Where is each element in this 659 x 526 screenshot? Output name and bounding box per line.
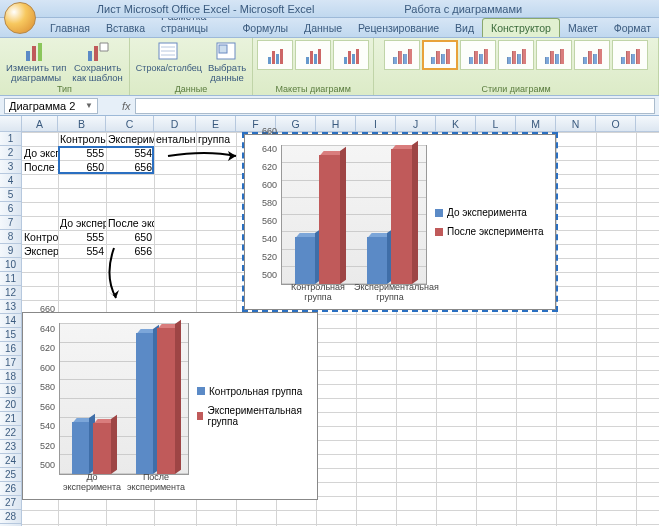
layout-option-3[interactable] <box>333 40 369 70</box>
worksheet-grid[interactable]: ABCDEFGHIJKLMNO 123456789101112131415161… <box>0 116 659 526</box>
row-header-27[interactable]: 27 <box>0 496 22 510</box>
bar[interactable] <box>136 333 154 474</box>
bar[interactable] <box>295 237 315 284</box>
row-header-7[interactable]: 7 <box>0 216 22 230</box>
cell-C9[interactable]: 656 <box>106 244 154 258</box>
name-box[interactable]: Диаграмма 2 ▼ <box>4 98 98 114</box>
row-header-16[interactable]: 16 <box>0 342 22 356</box>
style-option-6[interactable] <box>574 40 610 70</box>
row-header-25[interactable]: 25 <box>0 468 22 482</box>
row-header-9[interactable]: 9 <box>0 244 22 258</box>
cell-B3[interactable]: 650 <box>58 160 106 174</box>
bar[interactable] <box>367 237 387 284</box>
cell-B9[interactable]: 554 <box>58 244 106 258</box>
row-header-12[interactable]: 12 <box>0 286 22 300</box>
col-header-B[interactable]: B <box>58 116 106 131</box>
menu-tab-вид[interactable]: Вид <box>447 19 482 37</box>
formula-input[interactable] <box>135 98 655 114</box>
col-header-I[interactable]: I <box>356 116 396 131</box>
style-option-2[interactable] <box>422 40 458 70</box>
cell-B2[interactable]: 555 <box>58 146 106 160</box>
row-header-24[interactable]: 24 <box>0 454 22 468</box>
col-header-K[interactable]: K <box>436 116 476 131</box>
dropdown-icon[interactable]: ▼ <box>85 101 93 110</box>
bar[interactable] <box>157 328 175 474</box>
style-option-5[interactable] <box>536 40 572 70</box>
row-header-2[interactable]: 2 <box>0 146 22 160</box>
row-header-5[interactable]: 5 <box>0 188 22 202</box>
style-option-3[interactable] <box>460 40 496 70</box>
row-header-28[interactable]: 28 <box>0 510 22 524</box>
row-header-21[interactable]: 21 <box>0 412 22 426</box>
row-header-20[interactable]: 20 <box>0 398 22 412</box>
col-header-N[interactable]: N <box>556 116 596 131</box>
cell-D1[interactable]: ентальная <box>154 132 196 146</box>
bar[interactable] <box>72 422 90 474</box>
row-header-13[interactable]: 13 <box>0 300 22 314</box>
row-header-6[interactable]: 6 <box>0 202 22 216</box>
row-header-19[interactable]: 19 <box>0 384 22 398</box>
cell-C2[interactable]: 554 <box>106 146 154 160</box>
menu-tab-формат[interactable]: Формат <box>606 19 659 37</box>
col-header-H[interactable]: H <box>316 116 356 131</box>
col-header-A[interactable]: A <box>22 116 58 131</box>
row-header-11[interactable]: 11 <box>0 272 22 286</box>
save-as-template-button[interactable]: Сохранить как шаблон <box>70 40 125 83</box>
style-option-4[interactable] <box>498 40 534 70</box>
col-header-E[interactable]: E <box>196 116 236 131</box>
bar[interactable] <box>391 149 411 284</box>
menu-tab-конструктор[interactable]: Конструктор <box>482 18 560 37</box>
layout-option-2[interactable] <box>295 40 331 70</box>
select-data-button[interactable]: Выбрать данные <box>206 40 248 83</box>
cell-B1[interactable]: Контроль <box>58 132 106 146</box>
cell-C3[interactable]: 656 <box>106 160 154 174</box>
row-header-10[interactable]: 10 <box>0 258 22 272</box>
layout-option-1[interactable] <box>257 40 293 70</box>
row-header-14[interactable]: 14 <box>0 314 22 328</box>
switch-row-col-button[interactable]: Строка/столбец <box>134 40 204 83</box>
cell-E1[interactable]: группа <box>196 132 236 146</box>
cell-B8[interactable]: 555 <box>58 230 106 244</box>
menu-tab-главная[interactable]: Главная <box>42 19 98 37</box>
select-all-corner[interactable] <box>0 116 22 131</box>
cell-B7[interactable]: До экспер <box>58 216 106 230</box>
cell-A9[interactable]: Экспери <box>22 244 58 258</box>
col-header-D[interactable]: D <box>154 116 196 131</box>
office-button[interactable] <box>4 2 36 34</box>
bar[interactable] <box>93 423 111 474</box>
row-header-1[interactable]: 1 <box>0 132 22 146</box>
style-option-7[interactable] <box>612 40 648 70</box>
col-header-L[interactable]: L <box>476 116 516 131</box>
chart-2[interactable]: 500520540560580600620640660До эксперимен… <box>22 312 318 500</box>
cell-A3[interactable]: После эк <box>22 160 58 174</box>
menu-tab-макет[interactable]: Макет <box>560 19 606 37</box>
chart-1[interactable]: 500520540560580600620640660Контрольная г… <box>244 134 556 310</box>
row-header-17[interactable]: 17 <box>0 356 22 370</box>
row-header-23[interactable]: 23 <box>0 440 22 454</box>
row-header-18[interactable]: 18 <box>0 370 22 384</box>
col-header-C[interactable]: C <box>106 116 154 131</box>
change-chart-type-button[interactable]: Изменить тип диаграммы <box>4 40 68 83</box>
cell-A8[interactable]: Контроль <box>22 230 58 244</box>
row-header-8[interactable]: 8 <box>0 230 22 244</box>
col-header-J[interactable]: J <box>396 116 436 131</box>
menu-tab-вставка[interactable]: Вставка <box>98 19 153 37</box>
menu-tab-формулы[interactable]: Формулы <box>234 19 296 37</box>
row-header-3[interactable]: 3 <box>0 160 22 174</box>
bar[interactable] <box>319 155 339 284</box>
cell-C8[interactable]: 650 <box>106 230 154 244</box>
col-header-G[interactable]: G <box>276 116 316 131</box>
row-header-15[interactable]: 15 <box>0 328 22 342</box>
row-header-4[interactable]: 4 <box>0 174 22 188</box>
style-option-1[interactable] <box>384 40 420 70</box>
cell-C1[interactable]: Эксперим <box>106 132 154 146</box>
menu-tab-данные[interactable]: Данные <box>296 19 350 37</box>
col-header-O[interactable]: O <box>596 116 636 131</box>
fx-icon[interactable]: fx <box>122 100 131 112</box>
col-header-M[interactable]: M <box>516 116 556 131</box>
row-header-22[interactable]: 22 <box>0 426 22 440</box>
cell-A2[interactable]: До экспер <box>22 146 58 160</box>
menu-tab-рецензирование[interactable]: Рецензирование <box>350 19 447 37</box>
row-header-26[interactable]: 26 <box>0 482 22 496</box>
cell-C7[interactable]: После эксперимента <box>106 216 154 230</box>
